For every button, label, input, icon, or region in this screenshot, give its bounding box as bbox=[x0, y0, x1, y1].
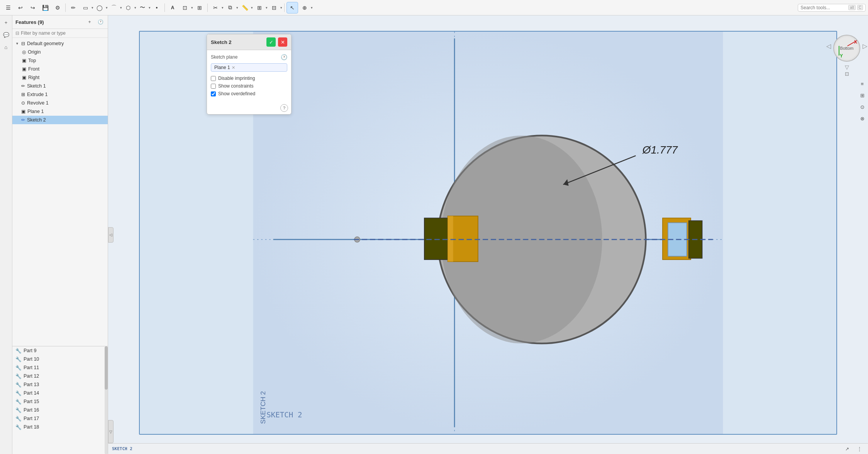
part-item-14[interactable]: 🔧 Part 14 bbox=[12, 389, 108, 397]
pattern-button[interactable]: ⊞ bbox=[254, 2, 265, 14]
circle-tool-button[interactable]: ◯ bbox=[94, 2, 105, 14]
sketch-confirm-button[interactable]: ✓ bbox=[266, 37, 276, 47]
svg-text:Ø1.777: Ø1.777 bbox=[642, 144, 678, 156]
part-item-16[interactable]: 🔧 Part 16 bbox=[12, 406, 108, 414]
boolean-button[interactable]: ⊟ bbox=[268, 2, 280, 14]
spline-dropdown[interactable]: 〜 ▾ bbox=[137, 2, 151, 14]
part-item-15[interactable]: 🔧 Part 15 bbox=[12, 397, 108, 406]
tree-item-plane1[interactable]: ▣ Plane 1 bbox=[12, 107, 108, 116]
sketch-tool-button[interactable]: ✏ bbox=[68, 2, 79, 14]
features-clock-btn[interactable]: 🕐 bbox=[96, 18, 105, 26]
part-item-13[interactable]: 🔧 Part 13 bbox=[12, 380, 108, 389]
transform-dropdown[interactable]: ⊡ ▾ bbox=[179, 2, 193, 14]
part-item-11[interactable]: 🔧 Part 11 bbox=[12, 363, 108, 372]
status-share-btn[interactable]: ↗ bbox=[843, 444, 852, 454]
tree-item-extrude1[interactable]: ⊞ Extrude 1 bbox=[12, 90, 108, 99]
tree-item-revolve1[interactable]: ⊙ Revolve 1 bbox=[12, 99, 108, 107]
sketch-dropdown[interactable]: ▭ ▾ bbox=[80, 2, 93, 14]
transform-dropdown-arrow[interactable]: ▾ bbox=[191, 6, 193, 10]
part-label-16: Part 16 bbox=[24, 407, 39, 413]
disable-imprinting-checkbox[interactable] bbox=[211, 76, 216, 81]
home-icon-btn[interactable]: ⌂ bbox=[1, 42, 12, 52]
filter-input[interactable] bbox=[21, 30, 105, 36]
nav-3d-cube[interactable]: ⊡ bbox=[845, 71, 849, 77]
spline-tool-button[interactable]: 〜 bbox=[137, 2, 148, 14]
polygon-tool-button[interactable]: ⬡ bbox=[122, 2, 134, 14]
spline-dropdown-arrow[interactable]: ▾ bbox=[149, 6, 151, 10]
tree-item-origin[interactable]: ◎ Origin bbox=[12, 48, 108, 56]
text-tool-button[interactable]: A bbox=[167, 2, 178, 14]
undo-button[interactable]: ↩ bbox=[15, 2, 26, 14]
boolean-dropdown[interactable]: ⊟ ▾ bbox=[268, 2, 282, 14]
manipulate-button[interactable]: ⊕ bbox=[299, 2, 310, 14]
copy-dropdown[interactable]: ⧉ ▾ bbox=[224, 2, 238, 14]
part-item-17[interactable]: 🔧 Part 17 bbox=[12, 414, 108, 423]
sketch-icon-2: ✏ bbox=[21, 117, 25, 123]
right-panel-btn-1[interactable]: ≡ bbox=[857, 79, 867, 89]
features-add-btn[interactable]: + bbox=[85, 18, 94, 26]
part-item-10[interactable]: 🔧 Part 10 bbox=[12, 355, 108, 363]
save-button[interactable]: 💾 bbox=[39, 2, 51, 14]
status-options-btn[interactable]: ⋮ bbox=[855, 444, 864, 454]
dimension-button[interactable]: ⊞ bbox=[194, 2, 205, 14]
copy-dropdown-arrow[interactable]: ▾ bbox=[236, 6, 238, 10]
measure-dropdown[interactable]: 📏 ▾ bbox=[239, 2, 253, 14]
tree-item-sketch1[interactable]: ✏ Sketch 1 bbox=[12, 82, 108, 90]
nav-arrow-left[interactable]: ◁ bbox=[826, 42, 831, 50]
manipulate-dropdown-arrow[interactable]: ▾ bbox=[311, 6, 313, 10]
redo-button[interactable]: ↪ bbox=[27, 2, 39, 14]
pattern-dropdown[interactable]: ⊞ ▾ bbox=[254, 2, 268, 14]
bottom-collapse-handle[interactable]: ▽ bbox=[108, 420, 114, 443]
part-item-9[interactable]: 🔧 Part 9 bbox=[12, 346, 108, 355]
tree-item-top[interactable]: ▣ Top bbox=[12, 56, 108, 65]
part-item-12[interactable]: 🔧 Part 12 bbox=[12, 372, 108, 380]
polygon-dropdown[interactable]: ⬡ ▾ bbox=[122, 2, 136, 14]
right-panel-btn-3[interactable]: ⊙ bbox=[857, 102, 867, 112]
copy-button[interactable]: ⧉ bbox=[224, 2, 236, 14]
nav-arrow-right[interactable]: ▷ bbox=[863, 42, 867, 50]
part-item-18[interactable]: 🔧 Part 18 bbox=[12, 423, 108, 431]
chat-icon-btn[interactable]: 💬 bbox=[1, 29, 12, 40]
nav-arrow-down[interactable]: ▽ bbox=[845, 64, 849, 70]
viewport[interactable]: Sketch 2 ✓ ✕ Sketch plane 🕐 Plane 1 ✕ Di… bbox=[108, 15, 868, 454]
right-panel-btn-2[interactable]: ⊞ bbox=[857, 90, 867, 100]
plane-chip-close-icon[interactable]: ✕ bbox=[232, 65, 235, 70]
add-feature-icon-btn[interactable]: + bbox=[1, 17, 12, 28]
disable-imprinting-row: Disable imprinting bbox=[211, 76, 287, 81]
circle-dropdown-arrow[interactable]: ▾ bbox=[106, 6, 108, 10]
transform-button[interactable]: ⊡ bbox=[179, 2, 191, 14]
manipulate-dropdown[interactable]: ⊕ ▾ bbox=[299, 2, 313, 14]
arc-tool-button[interactable]: ⌒ bbox=[108, 2, 120, 14]
rectangle-dropdown-arrow[interactable]: ▾ bbox=[92, 6, 93, 10]
show-overdefined-checkbox[interactable] bbox=[211, 91, 216, 96]
orientation-wheel[interactable]: X Y Bottom bbox=[833, 35, 860, 62]
collapse-handle[interactable]: ◁ bbox=[108, 227, 114, 243]
measure-button[interactable]: 📏 bbox=[239, 2, 251, 14]
point-tool-button[interactable]: • bbox=[151, 2, 163, 14]
extrude-icon-1: ⊞ bbox=[21, 92, 25, 97]
circle-dropdown[interactable]: ◯ ▾ bbox=[94, 2, 108, 14]
tree-item-default-geometry[interactable]: ▼ ⊟ Default geometry bbox=[12, 39, 108, 48]
arc-dropdown-arrow[interactable]: ▾ bbox=[120, 6, 122, 10]
polygon-dropdown-arrow[interactable]: ▾ bbox=[134, 6, 136, 10]
tree-item-sketch2[interactable]: ✏ Sketch 2 bbox=[12, 116, 108, 124]
select-button[interactable]: ↖ bbox=[287, 2, 298, 14]
rectangle-tool-button[interactable]: ▭ bbox=[80, 2, 91, 14]
sketch-plane-clock-icon[interactable]: 🕐 bbox=[281, 54, 287, 60]
measure-dropdown-arrow[interactable]: ▾ bbox=[251, 6, 253, 10]
search-input[interactable] bbox=[800, 5, 847, 10]
sketch-cancel-button[interactable]: ✕ bbox=[278, 37, 287, 47]
tree-item-front[interactable]: ▣ Front bbox=[12, 65, 108, 73]
right-panel-btn-4[interactable]: ⊗ bbox=[857, 113, 867, 123]
settings-button[interactable]: ⚙ bbox=[52, 2, 63, 14]
tree-item-right[interactable]: ▣ Right bbox=[12, 73, 108, 82]
show-constraints-checkbox[interactable] bbox=[211, 84, 216, 89]
cut-dropdown-arrow[interactable]: ▾ bbox=[222, 6, 224, 10]
pattern-dropdown-arrow[interactable]: ▾ bbox=[266, 6, 268, 10]
menu-button[interactable]: ☰ bbox=[2, 2, 14, 14]
arc-dropdown[interactable]: ⌒ ▾ bbox=[108, 2, 122, 14]
help-button[interactable]: ? bbox=[280, 104, 288, 112]
cut-button[interactable]: ✂ bbox=[210, 2, 221, 14]
boolean-dropdown-arrow[interactable]: ▾ bbox=[280, 6, 282, 10]
cut-dropdown[interactable]: ✂ ▾ bbox=[210, 2, 224, 14]
